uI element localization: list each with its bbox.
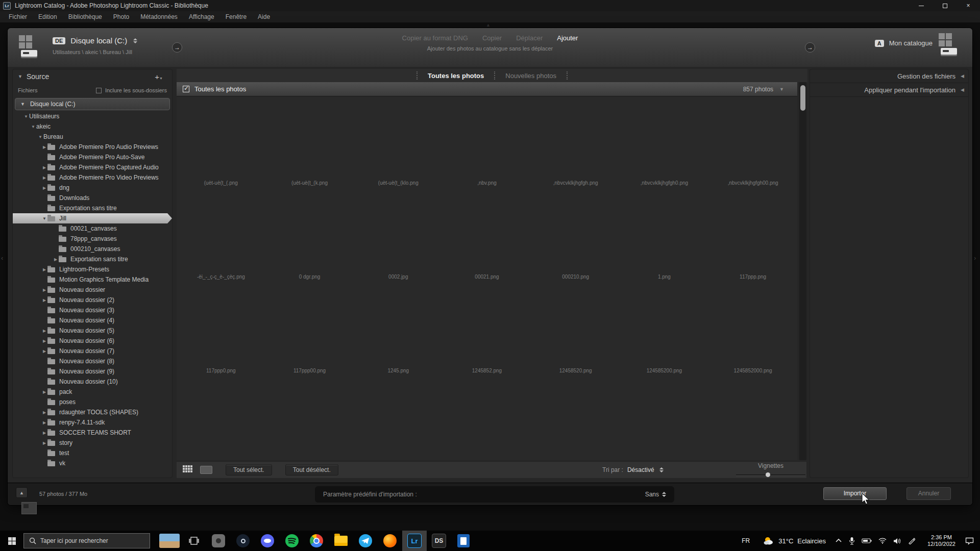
tree-item-nouveau-dossier-3[interactable]: Nouveau dossier (3) <box>13 305 172 315</box>
import-button[interactable]: Importer <box>823 487 887 500</box>
weather-widget[interactable]: 31°C Eclaircies <box>763 536 826 545</box>
photo-cell[interactable]: 117ppp.png <box>708 190 797 284</box>
source-panel-header[interactable]: ▼ Source +▼ <box>13 69 172 84</box>
chevron-right-icon[interactable]: ▶ <box>41 329 47 333</box>
top-panel-collapse-icon[interactable]: ▲ <box>486 22 491 28</box>
photo-cell[interactable]: 117ppp0.png <box>177 284 265 378</box>
tree-item-nouveau-dossier-7[interactable]: ▶Nouveau dossier (7) <box>13 346 172 356</box>
tree-item-lightroom-presets[interactable]: ▶Lightroom-Presets <box>13 264 172 274</box>
tree-item-downloads[interactable]: Downloads <box>13 193 172 203</box>
destination-arrow-button[interactable]: → <box>805 42 815 53</box>
photo-cell[interactable]: 117ppp00.png <box>265 284 354 378</box>
cancel-button[interactable]: Annuler <box>906 487 951 500</box>
action-center-button[interactable] <box>962 531 977 551</box>
photo-cell[interactable]: ,nbv.png <box>443 96 531 190</box>
slider-knob[interactable] <box>766 472 770 477</box>
tree-item-nouveau-dossier-6[interactable]: ▶Nouveau dossier (6) <box>13 336 172 346</box>
language-indicator[interactable]: FR <box>742 537 750 544</box>
tree-item-jill[interactable]: ▼Jill <box>13 213 172 223</box>
photo-cell[interactable]: (uèt-uè(t_(klo.png <box>354 96 443 190</box>
menu-item-biblioth-que[interactable]: Bibliothèque <box>63 11 108 22</box>
tree-item-utilisateurs[interactable]: ▼Utilisateurs <box>13 111 172 121</box>
chevron-right-icon[interactable]: ▶ <box>41 186 47 190</box>
tree-item-nouveau-dossier[interactable]: ▶Nouveau dossier <box>13 285 172 295</box>
photo-cell[interactable]: ,nbvcvklkjhgfgh.png <box>531 96 620 190</box>
chevron-right-icon[interactable]: ▶ <box>41 288 47 292</box>
tree-item-adobe-premiere-pro-auto-save[interactable]: Adobe Premiere Pro Auto-Save <box>13 152 172 162</box>
photo-cell[interactable]: 12458520.png <box>531 284 620 378</box>
tree-item-story[interactable]: ▶story <box>13 438 172 448</box>
chevron-right-icon[interactable]: ▶ <box>53 257 59 262</box>
volume-icon[interactable] <box>893 538 901 544</box>
taskbar-file-explorer-icon[interactable] <box>329 531 353 551</box>
chevron-right-icon[interactable]: ▶ <box>41 339 47 343</box>
apply-during-import-section[interactable]: Appliquer pendant l'importation ◀ <box>810 83 968 97</box>
taskbar-calculator-icon[interactable] <box>451 531 476 551</box>
tree-item-nouveau-dossier-2[interactable]: ▶Nouveau dossier (2) <box>13 295 172 305</box>
tree-item-exportation-sans-titre[interactable]: Exportation sans titre <box>13 203 172 213</box>
taskbar-search-input[interactable]: Taper ici pour rechercher <box>23 533 150 548</box>
import-mode-d-placer[interactable]: Déplacer <box>516 34 543 42</box>
menu-item-edition[interactable]: Edition <box>33 11 63 22</box>
photo-cell[interactable]: 1245.png <box>354 284 443 378</box>
tree-item-pack[interactable]: ▶pack <box>13 387 172 397</box>
tree-item-rdaughter-tools-shapes[interactable]: ▶rdaughter TOOLS (SHAPES) <box>13 407 172 417</box>
chevron-right-icon[interactable]: ▶ <box>41 298 47 303</box>
taskbar-lightroom-icon[interactable]: Lr <box>402 531 427 551</box>
chevron-down-icon[interactable]: ▼ <box>37 135 43 139</box>
tree-item-adobe-premiere-pro-audio-previews[interactable]: ▶Adobe Premiere Pro Audio Previews <box>13 142 172 152</box>
select-all-checkbox[interactable] <box>183 86 189 92</box>
chevron-right-icon[interactable]: ▶ <box>41 145 47 149</box>
filter-dropdown-icon[interactable]: ▼ <box>779 87 784 92</box>
hidden-icons-chevron-icon[interactable] <box>835 538 842 544</box>
taskbar-firefox-icon[interactable] <box>378 531 402 551</box>
photo-cell[interactable]: 0002.jpg <box>354 190 443 284</box>
photo-cell[interactable]: 1.png <box>620 190 709 284</box>
minimize-button[interactable] <box>910 0 933 11</box>
tree-item-nouveau-dossier-5[interactable]: ▶Nouveau dossier (5) <box>13 325 172 336</box>
chevron-down-icon[interactable]: ▼ <box>30 124 36 129</box>
photo-cell[interactable]: -èi_-_ç-ç_è-_çèç.png <box>177 190 265 284</box>
left-edge-panel-toggle[interactable]: ‹ <box>1 254 3 262</box>
tree-item-adobe-premiere-pro-captured-audio[interactable]: ▶Adobe Premiere Pro Captured Audio <box>13 162 172 172</box>
chevron-right-icon[interactable]: ▶ <box>41 420 47 425</box>
chevron-right-icon[interactable]: ▶ <box>41 431 47 435</box>
preset-value-dropdown[interactable]: Sans <box>645 491 666 498</box>
taskbar-chrome-icon[interactable] <box>304 531 329 551</box>
start-button[interactable] <box>0 531 23 551</box>
tab-nouvelles-photos[interactable]: Nouvelles photos <box>496 72 566 80</box>
tree-item-test[interactable]: test <box>13 448 172 458</box>
tree-item-exportation-sans-titre[interactable]: ▶Exportation sans titre <box>13 254 172 264</box>
photo-cell[interactable]: 1245852.png <box>443 284 531 378</box>
wifi-icon[interactable] <box>878 538 887 544</box>
tree-item-akeic[interactable]: ▼akeic <box>13 121 172 132</box>
import-preset-bar[interactable]: Paramètre prédéfini d'importation : Sans <box>315 486 674 503</box>
include-subfolders-checkbox[interactable] <box>96 88 102 93</box>
menu-item-m-tadonn-es[interactable]: Métadonnées <box>135 11 183 22</box>
chevron-right-icon[interactable]: ▶ <box>41 441 47 445</box>
chevron-right-icon[interactable]: ▶ <box>41 165 47 170</box>
tree-item-adobe-premiere-pro-video-previews[interactable]: ▶Adobe Premiere Pro Video Previews <box>13 172 172 183</box>
chevron-right-icon[interactable]: ▶ <box>41 410 47 415</box>
tree-item-00021-canvases[interactable]: 00021_canvases <box>13 223 172 234</box>
menu-item-fen-tre[interactable]: Fenêtre <box>220 11 252 22</box>
menu-item-photo[interactable]: Photo <box>108 11 135 22</box>
microphone-icon[interactable] <box>849 537 855 545</box>
tab-toutes-les-photos[interactable]: Toutes les photos <box>419 72 493 80</box>
import-destination[interactable]: A Mon catalogue <box>875 39 933 47</box>
tree-item-000210-canvases[interactable]: 000210_canvases <box>13 244 172 254</box>
photo-cell[interactable]: ,nbvcvklkjhgfgh00.png <box>708 96 797 190</box>
close-button[interactable]: × <box>957 0 980 11</box>
import-mode-copier-au-format-dng[interactable]: Copier au format DNG <box>402 34 468 42</box>
tree-item-bureau[interactable]: ▼Bureau <box>13 132 172 142</box>
loupe-view-icon[interactable] <box>200 466 212 474</box>
tree-item-nouveau-dossier-4[interactable]: Nouveau dossier (4) <box>13 315 172 325</box>
taskbar-clock[interactable]: 2:36 PM 12/10/2022 <box>927 534 955 547</box>
menu-item-affichage[interactable]: Affichage <box>183 11 220 22</box>
maximize-button[interactable] <box>933 0 957 11</box>
deselect-all-button[interactable]: Tout désélect. <box>285 464 338 475</box>
tree-item-renpy-7-4-11-sdk[interactable]: ▶renpy-7.4.11-sdk <box>13 417 172 428</box>
right-edge-panel-toggle[interactable]: › <box>974 254 976 262</box>
taskbar-davinci-resolve-icon[interactable]: DS <box>427 531 451 551</box>
file-handling-section[interactable]: Gestion des fichiers ◀ <box>810 69 968 83</box>
